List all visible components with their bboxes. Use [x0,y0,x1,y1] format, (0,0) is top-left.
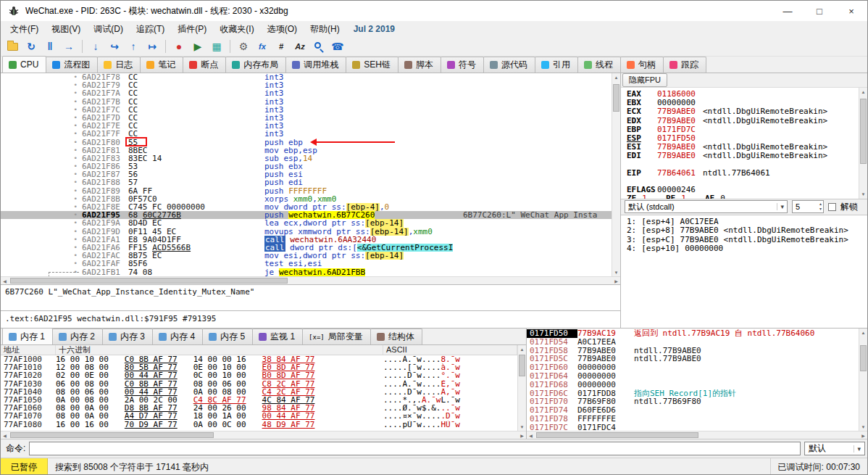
scroll-track[interactable] [859,336,867,423]
stack-row[interactable]: 0171FD6400000000 [527,372,859,381]
dump-row[interactable]: 77AF108016 00 16 0070 D9 AF 770A 00 0C 0… [1,421,517,429]
menu-item-6[interactable]: 选项(O) [261,22,304,37]
breakpoint-dot[interactable]: • [1,244,82,252]
unlock-checkbox[interactable] [828,203,836,211]
breakpoint-dot[interactable]: • [1,228,82,236]
scroll-track[interactable] [9,277,612,284]
find-strings-button[interactable] [310,38,327,54]
breakpoint-dot[interactable]: • [1,236,82,244]
stack-row[interactable]: 0171FD5077B9AC19返回到 ntdll.77B9AC19 自 ntd… [527,329,859,338]
stack-hscrollbar[interactable]: ◀▶ [527,431,867,439]
scroll-track[interactable] [612,81,620,268]
command-profile-select[interactable]: 默认 ▾ [804,442,865,455]
breakpoint-dot[interactable]: • [1,106,82,114]
scroll-down-icon[interactable]: ▼ [859,191,867,199]
close-button[interactable]: × [835,1,867,21]
disasm-row[interactable]: •6AD21F8055push ebp [1,139,612,146]
scroll-thumb[interactable] [10,278,288,284]
scroll-right-icon[interactable]: ▶ [859,431,867,439]
scroll-down-icon[interactable]: ▼ [612,268,620,276]
trace-button[interactable]: ▶ [189,38,206,54]
tab-memory-2[interactable]: 内存 2 [52,329,103,344]
menu-item-0[interactable]: 文件(F) [4,22,45,37]
argument-row[interactable]: 4:[esp+10]00000000 [627,244,867,254]
scroll-thumb[interactable] [10,432,214,438]
argument-count-spinner[interactable]: 5 ▴▾ [792,200,824,213]
scroll-right-icon[interactable]: ▶ [612,277,620,284]
breakpoint-dot[interactable]: • [1,252,82,260]
scroll-up-icon[interactable]: ▲ [859,88,867,96]
tab-symbols[interactable]: 符号 [441,57,484,73]
dump-row[interactable]: 77AF102002 00 0E 0000 44 AF 770C 00 10 0… [1,371,517,379]
breakpoint-dot[interactable]: • [1,98,82,106]
scroll-up-icon[interactable]: ▲ [859,329,867,336]
stack-row[interactable]: 0171FD7077B69F80ntdll.77B69F80 [527,397,859,406]
scroll-track[interactable] [535,431,859,439]
run-button[interactable]: → [60,38,78,54]
breakpoint-dot[interactable]: • [1,203,82,211]
disassembly-vscrollbar[interactable]: ▲▼ [612,73,620,276]
dump-vscrollbar[interactable]: ▲▼ [517,345,526,431]
tab-watch-1[interactable]: 监视 1 [252,329,303,344]
dump-header-ascii[interactable]: ASCII [383,345,517,355]
tab-notes[interactable]: 笔记 [140,57,183,73]
calculator-button[interactable]: # [272,38,290,54]
stack-vscrollbar[interactable]: ▲▼ [859,329,867,431]
settings-button[interactable]: ⚙ [235,38,252,54]
tab-graph[interactable]: 流程图 [46,57,98,73]
tab-memory-1[interactable]: 内存 1 [2,328,53,344]
breakpoint-dot[interactable]: • [1,211,82,219]
dump-header-hex[interactable]: 十六进制 [56,345,383,355]
breakpoint-dot[interactable]: • [1,178,82,186]
disassembly-hscrollbar[interactable]: ◀▶ [1,276,620,284]
breakpoint-dot[interactable]: • [1,130,82,138]
open-file-button[interactable] [4,38,21,54]
menu-item-4[interactable]: 插件(P) [171,22,213,37]
attach-phone-button[interactable]: ☎ [329,38,346,54]
menu-item-3[interactable]: 追踪(T) [130,22,171,37]
stack-row[interactable]: 0171FD6000000000 [527,363,859,372]
breakpoint-dot[interactable]: • [1,195,82,203]
scroll-left-icon[interactable]: ◀ [527,431,535,439]
stack-row[interactable]: 0171FD7C0171FDC4 [527,424,859,431]
breakpoint-dot[interactable]: • [1,187,82,195]
tab-handles[interactable]: 句柄 [620,57,664,73]
scroll-thumb[interactable] [860,345,867,371]
scroll-thumb[interactable] [613,84,619,112]
tab-memory-5[interactable]: 内存 5 [202,329,253,344]
register-row[interactable]: ECX77B9ABE0<ntdll.DbgUiRemoteBreakin> [627,107,859,116]
tab-locals[interactable]: [x=]局部变量 [302,329,371,344]
stack-row[interactable]: 0171FD6C0171FDD8指向SEH_Record[1]的指针 [527,389,859,398]
breakpoint-dot[interactable]: • [1,139,82,146]
breakpoint-dot[interactable]: • [1,89,82,97]
tab-script[interactable]: 脚本 [398,57,441,73]
breakpoint-dot[interactable]: • [1,146,82,154]
stack-row[interactable]: 0171FD74D60FE6D6 [527,406,859,415]
scroll-track[interactable] [518,353,526,423]
scroll-thumb[interactable] [519,355,525,376]
stack-row[interactable]: 0171FD54A0C17EEA [527,338,859,347]
stack-row[interactable]: 0171FD78FFFFFFFE [527,415,859,424]
breakpoint-dot[interactable]: • [1,162,82,170]
step-over-button[interactable]: ↪ [106,38,123,54]
register-row[interactable]: EDX77B9ABE0<ntdll.DbgUiRemoteBreakin> [627,117,859,125]
register-row[interactable]: EDI77B9ABE0<ntdll.DbgUiRemoteBreakin> [627,152,859,160]
hide-fpu-button[interactable]: 隐藏FPU [622,73,667,87]
breakpoint-dot[interactable]: • [1,154,82,162]
register-row[interactable]: EFLAGS00000246 [627,186,859,194]
tab-cpu[interactable]: CPU [2,56,46,73]
registers-scrollbar[interactable]: ▲▼ [859,88,867,199]
spinner-arrows-icon[interactable]: ▴▾ [819,202,822,212]
tab-seh[interactable]: SEH链 [346,57,398,73]
scroll-thumb[interactable] [536,432,698,438]
breakpoint-dot[interactable]: • [1,219,82,227]
scroll-thumb[interactable] [860,99,867,164]
scroll-down-icon[interactable]: ▼ [859,423,867,431]
tab-memory-4[interactable]: 内存 4 [152,329,203,344]
step-into-button[interactable]: ↓ [87,38,104,54]
dump-hscrollbar[interactable]: ◀▶ [1,431,526,439]
register-row[interactable]: EIP77B64061ntdll.77B64061 [627,169,859,178]
dump-header-address[interactable]: 地址 [1,345,56,355]
minimize-button[interactable]: — [772,1,804,21]
memory-map-button[interactable]: ▦ [208,38,225,54]
